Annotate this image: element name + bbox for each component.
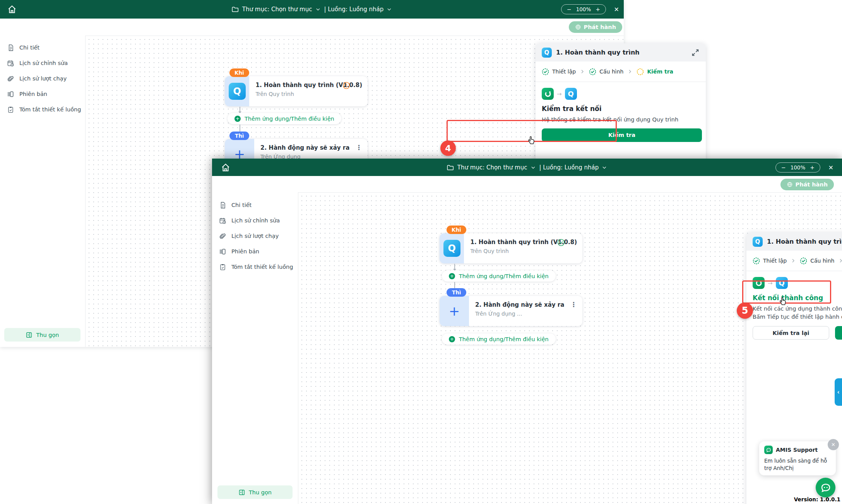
sidebar-item-flow-summary[interactable]: Tóm tắt thiết kế luồng <box>0 102 85 117</box>
support-message: Em luôn sẵn sàng để hỗ trợ Anh/Chị <box>764 457 831 472</box>
sidebar: Chi tiết Lịch sử chỉnh sửa Lịch sử lượt … <box>212 176 298 504</box>
side-panel-toggle[interactable]: ‹ <box>835 378 842 406</box>
add-step-button[interactable]: + Thêm ứng dụng/Thêm điều kiện <box>442 333 556 345</box>
add-step-label: Thêm ứng dụng/Thêm điều kiện <box>459 273 549 279</box>
process-app-icon: Q <box>443 240 460 257</box>
connector-line <box>240 107 240 113</box>
panel-steps: Thiết lập Cấu hình Kiểm tra <box>746 251 842 271</box>
zoom-control: − 100% + <box>775 162 820 173</box>
plus-icon: + <box>449 304 460 318</box>
collapse-label: Thu gọn <box>249 489 272 495</box>
collapse-label: Thu gọn <box>36 332 59 338</box>
sidebar-item-edit-history[interactable]: Lịch sử chỉnh sửa <box>212 213 298 228</box>
panel-header: Q 1. Hoàn thành quy trình <box>536 43 706 62</box>
process-app-icon: Q <box>753 237 763 247</box>
publish-button[interactable]: Phát hành <box>569 21 622 33</box>
home-button[interactable] <box>219 161 232 174</box>
globe-icon <box>575 24 581 30</box>
edit-history-icon <box>219 217 226 224</box>
flow-select[interactable]: | Luồng: Luồng nháp <box>539 164 608 171</box>
panel-steps: Thiết lập Cấu hình Kiểm tra <box>536 62 706 82</box>
step-configure[interactable]: Cấu hình <box>800 257 834 265</box>
collapse-sidebar-button[interactable]: Thu gọn <box>4 328 80 342</box>
folder-select[interactable]: Thư mục: Chọn thư mục <box>457 164 536 171</box>
node-menu-button[interactable]: ⋮ <box>356 144 362 151</box>
node-menu-button[interactable]: ⋮ <box>570 301 577 308</box>
add-step-button[interactable]: + Thêm ứng dụng/Thêm điều kiện <box>228 113 341 124</box>
chat-icon <box>820 482 832 494</box>
process-app-icon: Q <box>565 88 577 100</box>
step-done-icon <box>753 257 760 265</box>
node-subtitle: Trên Quy trình <box>470 248 577 254</box>
sidebar-item-details[interactable]: Chi tiết <box>212 197 298 213</box>
zoom-in-button[interactable]: + <box>596 6 600 12</box>
connector-line <box>454 264 455 270</box>
step-setup[interactable]: Thiết lập <box>753 257 787 265</box>
sidebar-item-label: Chi tiết <box>19 44 39 51</box>
sidebar-item-edit-history[interactable]: Lịch sử chỉnh sửa <box>0 55 85 71</box>
process-app-icon: Q <box>229 83 246 100</box>
sidebar-item-versions[interactable]: Phiên bản <box>212 244 298 259</box>
node-app-icon-wrap: Q <box>440 233 464 263</box>
when-badge: Khi <box>229 68 249 77</box>
expand-icon[interactable] <box>691 48 700 57</box>
step-label: Thiết lập <box>763 258 787 264</box>
workflow-node-trigger[interactable]: Q 1. Hoàn thành quy trình (V1.0.8) Trên … <box>440 233 582 263</box>
step-test[interactable]: Kiểm tra <box>637 68 673 75</box>
folder-select[interactable]: Thư mục: Chọn thư mục <box>242 6 321 13</box>
sidebar-item-run-history[interactable]: Lịch sử lượt chạy <box>212 228 298 244</box>
home-icon <box>221 162 231 173</box>
add-step-label: Thêm ứng dụng/Thêm điều kiện <box>459 336 549 342</box>
sidebar-item-run-history[interactable]: Lịch sử lượt chạy <box>0 71 85 86</box>
sidebar-item-label: Tóm tắt thiết kế luồng <box>19 106 81 113</box>
panel-title: 1. Hoàn thành quy trình <box>556 49 687 56</box>
plus-icon: + <box>234 116 241 122</box>
zoom-out-button[interactable]: − <box>781 164 786 171</box>
step-current-icon <box>637 68 644 75</box>
sidebar-item-flow-summary[interactable]: Tóm tắt thiết kế luồng <box>212 259 298 275</box>
workflow-node-trigger[interactable]: Q 1. Hoàn thành quy trình (V1.0.8) Trên … <box>225 76 368 106</box>
amis-logo-icon <box>753 277 765 289</box>
plus-icon: + <box>449 273 455 279</box>
zoom-out-button[interactable]: − <box>567 6 572 12</box>
globe-icon <box>787 181 793 188</box>
connection-apps: → Q <box>542 88 700 100</box>
edit-history-icon <box>7 60 14 67</box>
sidebar-item-versions[interactable]: Phiên bản <box>0 86 85 102</box>
then-badge: Thì <box>447 288 466 297</box>
chevron-right-icon <box>790 258 796 264</box>
top-bar: Thư mục: Chọn thư mục | Luồng: Luồng nhá… <box>212 159 842 176</box>
home-icon <box>7 4 17 14</box>
continue-button[interactable]: Tiếp tục <box>835 326 842 340</box>
add-step-button[interactable]: + Thêm ứng dụng/Thêm điều kiện <box>442 270 556 282</box>
flow-select[interactable]: | Luồng: Luồng nháp <box>324 6 392 13</box>
test-connection-button[interactable]: Kiểm tra <box>542 128 702 142</box>
close-button[interactable]: ✕ <box>828 164 833 171</box>
collapse-sidebar-button[interactable]: Thu gọn <box>217 485 293 499</box>
support-close-button[interactable]: ✕ <box>828 439 839 450</box>
collapse-icon <box>238 489 245 496</box>
flow-label: | Luồng: Luồng nháp <box>324 6 383 13</box>
workflow-window-foreground: Thư mục: Chọn thư mục | Luồng: Luồng nhá… <box>212 159 842 504</box>
workflow-node-action[interactable]: + 2. Hành động này sẽ xảy ra Trên Ứng dụ… <box>440 296 582 326</box>
node-add-action[interactable]: + <box>440 296 469 326</box>
folder-label: Thư mục: Chọn thư mục <box>457 164 527 171</box>
retest-button[interactable]: Kiểm tra lại <box>753 326 829 340</box>
step-configure[interactable]: Cấu hình <box>589 68 623 75</box>
close-button[interactable]: ✕ <box>614 6 619 13</box>
step-setup[interactable]: Thiết lập <box>542 68 576 75</box>
warning-icon <box>342 81 351 90</box>
sidebar-item-label: Phiên bản <box>231 248 259 255</box>
panel-description-line2: Bấm Tiếp tục để thiết lập hành động khác… <box>753 313 842 321</box>
sidebar-item-details[interactable]: Chi tiết <box>0 40 85 55</box>
zoom-in-button[interactable]: + <box>810 164 815 171</box>
sidebar-item-label: Phiên bản <box>19 91 47 97</box>
chevron-right-icon <box>838 258 842 264</box>
panel-description: Hệ thống sẽ kiểm tra kết nối ứng dụng Qu… <box>542 116 700 123</box>
sidebar-item-label: Lịch sử chỉnh sửa <box>231 217 280 224</box>
zoom-level: 100% <box>791 164 806 171</box>
home-button[interactable] <box>5 3 19 16</box>
plus-icon: + <box>449 336 455 342</box>
publish-button[interactable]: Phát hành <box>780 179 834 190</box>
support-chat-button[interactable] <box>816 478 835 497</box>
